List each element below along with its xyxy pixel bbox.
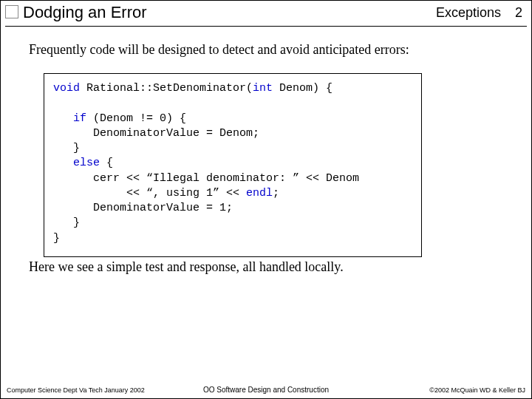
topic-label: Exceptions	[436, 5, 501, 20]
header-right: Exceptions 2	[436, 5, 522, 21]
code-text: DenominatorValue = Denom;	[53, 127, 259, 140]
code-text: Denom) {	[273, 82, 332, 95]
code-text: ;	[273, 187, 279, 200]
code-kw-endl: endl	[246, 187, 273, 200]
code-text: {	[100, 157, 113, 169]
code-box: void Rational::SetDenominator(int Denom)…	[44, 73, 422, 257]
code-text: }	[53, 216, 80, 229]
divider	[5, 26, 527, 27]
code-text: cerr << “Illegal denominator: ” << Denom	[53, 172, 359, 185]
code-text: }	[53, 232, 60, 245]
code-kw-void: void	[53, 82, 80, 95]
outro-text: Here we see a simple test and response, …	[29, 259, 344, 275]
code-text: << “, using 1” <<	[53, 187, 246, 200]
code-kw-if: if	[53, 112, 86, 125]
slide: Dodging an Error Exceptions 2 Frequently…	[0, 0, 532, 399]
code-text: }	[53, 142, 80, 154]
page-number: 2	[515, 5, 522, 20]
slide-title: Dodging an Error	[23, 3, 147, 22]
code-text: DenominatorValue = 1;	[53, 202, 233, 214]
code-text: Rational::SetDenominator(	[80, 82, 253, 95]
intro-text: Frequently code will be designed to dete…	[29, 42, 409, 58]
footer-right: ©2002 McQuain WD & Keller BJ	[429, 386, 525, 394]
code-kw-else: else	[53, 157, 100, 169]
code-listing: void Rational::SetDenominator(int Denom)…	[53, 81, 412, 246]
code-kw-int: int	[253, 82, 273, 95]
header-bullet-icon	[5, 5, 18, 18]
code-text: (Denom != 0) {	[86, 112, 186, 125]
